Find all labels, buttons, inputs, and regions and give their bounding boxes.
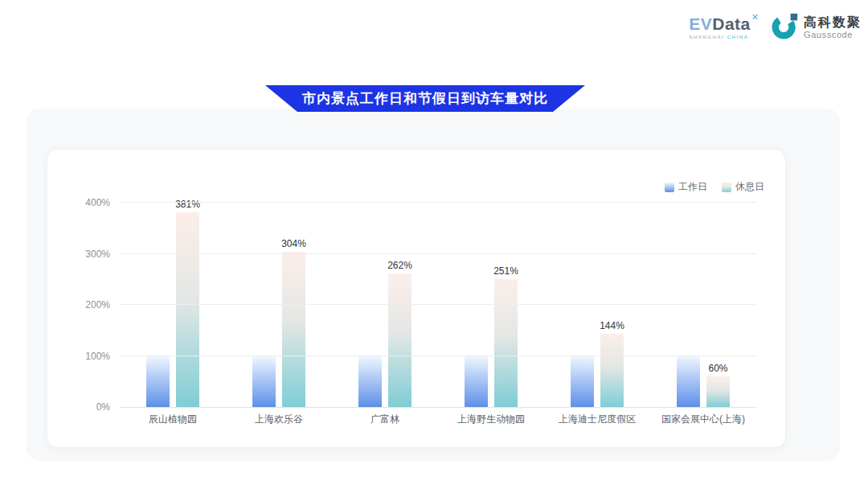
gausscode-cn-label: 高科数聚 — [804, 16, 862, 29]
evdata-logo: EV Data ✕ SHANGHAI CHINA — [689, 15, 759, 39]
legend-label: 工作日 — [678, 180, 707, 194]
plot-area: 381%304%262%251%144%60% 辰山植物园上海欢乐谷广富林上海野… — [120, 203, 756, 408]
bar-工作日[interactable] — [677, 356, 700, 408]
legend-swatch — [722, 183, 731, 192]
bar-groups: 381%304%262%251%144%60% — [120, 203, 756, 407]
gridline — [120, 304, 756, 305]
legend-item[interactable]: 工作日 — [665, 180, 707, 194]
bar-工作日[interactable] — [358, 356, 382, 408]
bar-group: 251% — [438, 203, 544, 407]
chart-panel: 工作日休息日 381%304%262%251%144%60% 辰山植物园上海欢乐… — [27, 109, 840, 461]
y-axis-tick-label: 300% — [85, 249, 110, 260]
bar-工作日[interactable] — [465, 356, 488, 408]
legend-item[interactable]: 休息日 — [722, 180, 764, 194]
bar-group: 381% — [120, 203, 226, 407]
header-logos: EV Data ✕ SHANGHAI CHINA 高科数聚 Gausscode — [689, 12, 862, 43]
chart-legend: 工作日休息日 — [665, 180, 764, 194]
bar-休息日[interactable]: 251% — [494, 279, 518, 407]
chart-card: 工作日休息日 381%304%262%251%144%60% 辰山植物园上海欢乐… — [47, 149, 786, 448]
bar-工作日[interactable] — [146, 356, 170, 408]
bar-value-label: 381% — [175, 199, 200, 210]
bar-group: 60% — [650, 203, 756, 407]
bar-value-label: 251% — [493, 265, 518, 277]
bar-value-label: 262% — [387, 260, 412, 271]
bar-group: 304% — [226, 203, 332, 407]
gausscode-logo: 高科数聚 Gausscode — [772, 12, 862, 43]
gridline — [120, 355, 756, 356]
y-axis-tick-label: 200% — [85, 299, 110, 310]
x-axis-category-label: 辰山植物园 — [120, 413, 226, 426]
bar-休息日[interactable]: 262% — [388, 273, 411, 407]
page: EV Data ✕ SHANGHAI CHINA 高科数聚 Gausscode … — [0, 0, 868, 489]
x-axis-category-label: 上海迪士尼度假区 — [544, 413, 650, 426]
bar-group: 262% — [332, 203, 438, 407]
evdata-logo-subtext: SHANGHAI CHINA — [689, 35, 759, 39]
y-axis-tick-label: 400% — [85, 197, 110, 208]
bar-休息日[interactable]: 304% — [282, 252, 305, 407]
bar-休息日[interactable]: 144% — [600, 334, 624, 407]
evdata-x-icon: ✕ — [751, 13, 759, 22]
legend-swatch — [665, 183, 674, 192]
gridline — [120, 202, 756, 203]
bar-工作日[interactable] — [571, 356, 594, 408]
x-axis-category-label: 上海野生动物园 — [438, 413, 544, 426]
y-axis-tick-label: 100% — [85, 351, 110, 362]
bar-value-label: 304% — [281, 238, 306, 249]
bar-休息日[interactable]: 381% — [176, 212, 199, 407]
bar-group: 144% — [544, 203, 650, 407]
title-banner: 市内景点工作日和节假日到访车量对比 — [265, 85, 585, 112]
page-title: 市内景点工作日和节假日到访车量对比 — [302, 89, 548, 108]
y-axis-tick-label: 0% — [96, 401, 110, 413]
x-axis-category-label: 国家会展中心(上海) — [650, 413, 756, 426]
bar-工作日[interactable] — [252, 356, 276, 408]
gausscode-g-icon — [772, 12, 799, 43]
evdata-logo-ev: EV — [689, 15, 712, 32]
x-axis-category-label: 上海欢乐谷 — [226, 413, 332, 426]
x-axis-labels: 辰山植物园上海欢乐谷广富林上海野生动物园上海迪士尼度假区国家会展中心(上海) — [120, 413, 756, 426]
evdata-logo-data: Data — [712, 15, 751, 32]
bar-value-label: 144% — [600, 320, 624, 331]
bar-休息日[interactable]: 60% — [706, 376, 730, 407]
gridline — [120, 253, 756, 254]
gausscode-en-label: Gausscode — [804, 31, 862, 39]
x-axis-category-label: 广富林 — [332, 413, 438, 426]
bar-value-label: 60% — [708, 363, 727, 374]
legend-label: 休息日 — [735, 180, 764, 194]
